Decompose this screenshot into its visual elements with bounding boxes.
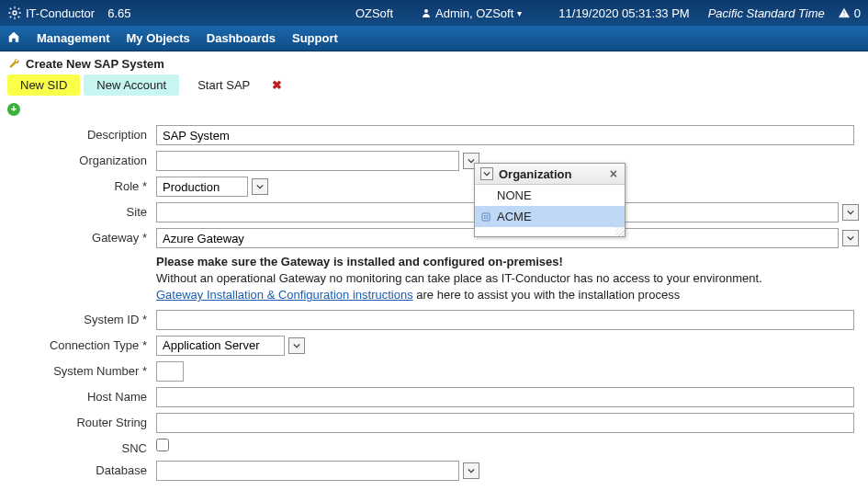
wizard-steps: New SID New Account Start SAP ✖	[0, 74, 868, 101]
option-label: ACME	[497, 210, 532, 223]
organization-popup-header: Organization ×	[475, 164, 625, 185]
chevron-down-icon	[483, 170, 490, 177]
chevron-down-icon: ▾	[517, 8, 522, 18]
router-string-input[interactable]	[156, 413, 854, 433]
connection-type-input[interactable]	[156, 336, 285, 356]
system-id-input[interactable]	[156, 310, 854, 330]
chevron-down-icon	[847, 234, 854, 242]
svg-rect-4	[487, 215, 489, 217]
add-button[interactable]: +	[7, 103, 20, 116]
form: Description Organization Role Site Gatew…	[0, 125, 868, 502]
label-organization: Organization	[9, 151, 156, 167]
site-dropdown-button[interactable]	[842, 204, 859, 221]
app-version: 6.65	[107, 6, 130, 20]
organization-option-acme[interactable]: ACME	[475, 206, 625, 227]
gateway-note-line2: Without an operational Gateway no monito…	[156, 271, 762, 285]
system-number-input[interactable]	[156, 361, 184, 382]
svg-rect-6	[487, 217, 489, 219]
user-icon	[421, 7, 432, 18]
snc-checkbox[interactable]	[156, 439, 169, 451]
organization-popup: Organization × NONE ACME	[474, 163, 626, 237]
gateway-note-tail: are here to assist you with the installa…	[413, 288, 680, 302]
page-title: Create New SAP System	[26, 57, 164, 71]
toolbar-row: +	[0, 101, 868, 125]
label-system-id: System ID	[9, 310, 156, 326]
home-icon	[7, 30, 20, 43]
label-site: Site	[9, 202, 156, 219]
role-dropdown-button[interactable]	[252, 178, 268, 195]
org-icon	[480, 211, 491, 222]
label-database: Database	[9, 461, 156, 477]
menu-my-objects[interactable]: My Objects	[126, 31, 189, 45]
role-input[interactable]	[156, 177, 248, 197]
label-role: Role	[9, 177, 156, 193]
label-system-number: System Number	[9, 361, 156, 378]
user-menu[interactable]: Admin, OZSoft ▾	[421, 6, 522, 20]
menu-management[interactable]: Management	[37, 31, 109, 45]
organization-input[interactable]	[156, 151, 459, 171]
svg-rect-2	[482, 213, 490, 221]
gateway-dropdown-button[interactable]	[842, 230, 859, 246]
wizard-step-new-account[interactable]: New Account	[84, 74, 179, 96]
chevron-down-icon	[256, 183, 264, 190]
label-router-string: Router String	[9, 413, 156, 429]
alert-count: 0	[854, 6, 861, 20]
chevron-down-icon	[468, 467, 475, 474]
top-bar: IT-Conductor 6.65 OZSoft Admin, OZSoft ▾…	[0, 0, 868, 26]
organization-option-none[interactable]: NONE	[475, 185, 625, 206]
svg-point-0	[13, 11, 17, 15]
popup-resize-handle[interactable]	[475, 227, 625, 236]
warning-icon	[838, 6, 851, 19]
organization-popup-body: NONE ACME	[475, 185, 625, 227]
gateway-note-bold: Please make sure the Gateway is installe…	[156, 255, 563, 268]
gateway-note: Please make sure the Gateway is installe…	[156, 254, 762, 304]
label-connection-type: Connection Type	[9, 336, 156, 352]
home-button[interactable]	[7, 30, 20, 46]
label-snc: SNC	[9, 439, 156, 455]
app-name: IT-Conductor	[26, 6, 95, 20]
server-datetime: 11/19/2020 05:31:33 PM	[558, 6, 689, 20]
menu-dashboards[interactable]: Dashboards	[207, 31, 276, 45]
gateway-instructions-link[interactable]: Gateway Installation & Configuration ins…	[156, 288, 413, 302]
database-dropdown-button[interactable]	[463, 462, 479, 479]
wrench-icon	[7, 58, 20, 71]
label-description: Description	[9, 125, 156, 142]
svg-point-1	[424, 9, 428, 13]
wizard-step-start-sap[interactable]: Start SAP	[185, 74, 263, 96]
svg-rect-3	[484, 215, 486, 217]
chevron-down-icon	[847, 209, 854, 216]
popup-dropdown-icon	[480, 167, 493, 180]
user-name: Admin, OZSoft	[435, 6, 513, 20]
database-input[interactable]	[156, 461, 459, 481]
connection-type-dropdown-button[interactable]	[288, 337, 305, 354]
svg-rect-5	[484, 217, 486, 219]
chevron-down-icon	[293, 342, 300, 349]
alerts-indicator[interactable]: 0	[838, 6, 861, 20]
wizard-cancel-button[interactable]: ✖	[272, 78, 282, 92]
wizard-step-new-sid[interactable]: New SID	[7, 74, 80, 96]
menu-bar: Management My Objects Dashboards Support	[0, 26, 868, 51]
organization-popup-close[interactable]: ×	[608, 166, 619, 181]
label-gateway: Gateway	[9, 228, 156, 245]
host-name-input[interactable]	[156, 387, 854, 407]
tenant-name[interactable]: OZSoft	[355, 6, 393, 20]
timezone: Pacific Standard Time	[708, 6, 825, 20]
option-label: NONE	[497, 188, 532, 202]
menu-support[interactable]: Support	[292, 31, 338, 45]
gear-icon	[7, 6, 22, 20]
app-logo: IT-Conductor	[7, 6, 95, 20]
label-host-name: Host Name	[9, 387, 156, 404]
organization-popup-title: Organization	[499, 167, 571, 181]
page-header: Create New SAP System	[0, 51, 868, 74]
description-input[interactable]	[156, 125, 854, 145]
